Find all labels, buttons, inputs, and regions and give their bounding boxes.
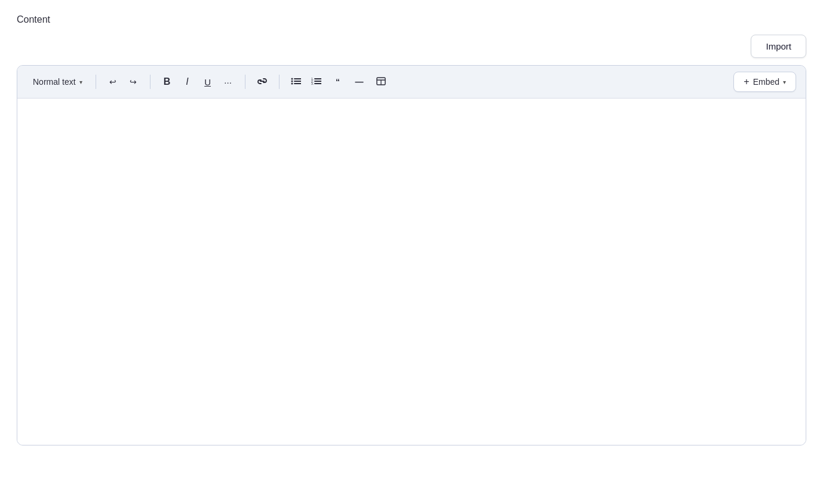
editor-content-area[interactable]	[17, 99, 806, 445]
undo-icon: ↩	[109, 77, 116, 87]
more-formatting-button[interactable]: ···	[219, 72, 238, 91]
import-row: Import	[17, 35, 806, 58]
page-container: Content Import Normal text ▾ ↩ ↪	[0, 0, 823, 460]
bold-button[interactable]: B	[158, 72, 177, 91]
toolbar: Normal text ▾ ↩ ↪ B I U ···	[17, 66, 806, 99]
toolbar-divider-2	[150, 75, 151, 89]
embed-label: Embed	[753, 77, 779, 87]
plus-icon: +	[744, 76, 749, 87]
svg-point-2	[291, 82, 293, 84]
svg-point-1	[291, 80, 293, 82]
hr-icon: —	[355, 77, 364, 87]
ordered-list-icon: 1. 2. 3.	[311, 77, 321, 87]
embed-chevron-icon: ▾	[783, 79, 786, 85]
page-title: Content	[17, 14, 806, 25]
editor-container: Normal text ▾ ↩ ↪ B I U ···	[17, 65, 806, 445]
svg-point-0	[291, 78, 293, 79]
text-style-dropdown[interactable]: Normal text ▾	[27, 74, 88, 90]
quote-button[interactable]: “	[328, 72, 348, 91]
underline-button[interactable]: U	[198, 72, 217, 91]
table-button[interactable]	[371, 72, 391, 91]
italic-button[interactable]: I	[178, 72, 197, 91]
toolbar-divider-1	[96, 75, 96, 89]
bullet-list-icon	[291, 77, 301, 87]
import-button[interactable]: Import	[751, 35, 806, 58]
hr-button[interactable]: —	[350, 72, 369, 91]
chevron-down-icon: ▾	[79, 79, 82, 85]
list-group: 1. 2. 3.	[287, 72, 326, 91]
table-icon	[376, 77, 386, 87]
toolbar-divider-3	[245, 75, 245, 89]
redo-icon: ↪	[130, 77, 137, 87]
toolbar-divider-4	[279, 75, 280, 89]
bullet-list-button[interactable]	[287, 72, 306, 91]
text-style-label: Normal text	[33, 77, 76, 87]
svg-text:3.: 3.	[311, 82, 314, 85]
link-icon	[257, 77, 268, 87]
more-icon: ···	[224, 77, 232, 87]
ordered-list-button[interactable]: 1. 2. 3.	[307, 72, 326, 91]
history-group: ↩ ↪	[103, 72, 143, 91]
formatting-group: B I U ···	[158, 72, 238, 91]
embed-button[interactable]: + Embed ▾	[733, 72, 796, 92]
undo-button[interactable]: ↩	[103, 72, 122, 91]
quote-icon: “	[336, 77, 340, 87]
link-button[interactable]	[253, 72, 272, 91]
redo-button[interactable]: ↪	[124, 72, 143, 91]
